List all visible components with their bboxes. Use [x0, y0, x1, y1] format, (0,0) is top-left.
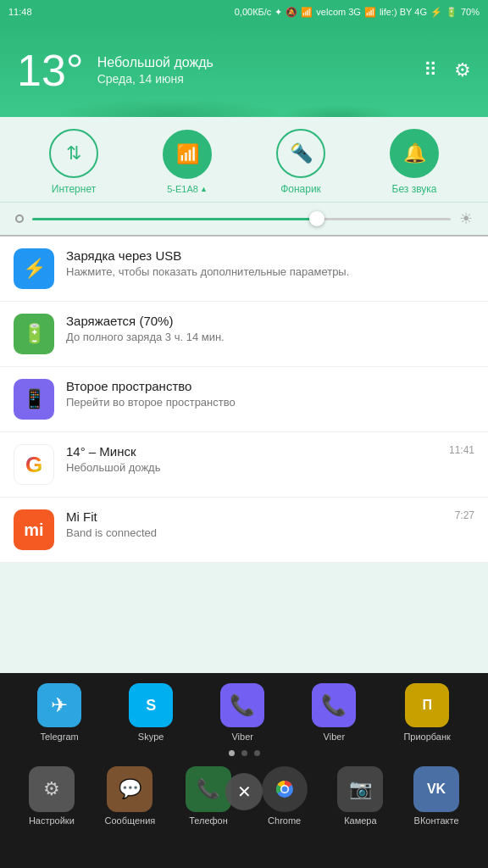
weather-condition: Небольшой дождь [97, 55, 424, 70]
usb-content: Зарядка через USB Нажмите, чтобы показат… [66, 248, 474, 278]
notification-usb[interactable]: ⚡ Зарядка через USB Нажмите, чтобы показ… [0, 236, 488, 302]
header-actions[interactable]: ⠿ ⚙ [424, 59, 471, 81]
status-bar: 11:48 0,00КБ/с ✦ 🔕 📶 velcom 3G 📶 life:) … [0, 0, 488, 24]
app-grid: ✈ Telegram S Skype 📞 Viber 📞 Viber П При… [0, 673, 488, 747]
weather-notif-time: 11:41 [449, 444, 474, 456]
wifi-arrow-icon: ▲ [200, 185, 208, 193]
silent-toggle-icon: 🔔 [403, 142, 426, 164]
toggle-internet[interactable]: ⇅ Интернет [49, 129, 98, 195]
usb-title: Зарядка через USB [66, 248, 474, 263]
apps-icon[interactable]: ⠿ [424, 59, 437, 81]
mifit-icon: mi [14, 509, 54, 550]
app-telegram[interactable]: ✈ Telegram [37, 683, 81, 742]
weather-date: Среда, 14 июня [97, 72, 424, 86]
settings-icon[interactable]: ⚙ [454, 59, 471, 81]
charging-icon: ⚡ [430, 7, 442, 18]
camera-dock-icon: 📷 [337, 766, 383, 812]
notification-dual[interactable]: 📱 Второе пространство Перейти во второе … [0, 367, 488, 432]
close-icon: ✕ [237, 782, 252, 802]
signal-icon: 📶 [364, 7, 376, 18]
dual-icon: 📱 [14, 379, 54, 420]
app-viber2[interactable]: 📞 Viber [312, 683, 356, 742]
battery-title: Заряжается (70%) [66, 314, 474, 328]
internet-icon: ⇅ [66, 142, 81, 164]
dock-settings[interactable]: ⚙ Настройки [29, 766, 75, 826]
dock-vk[interactable]: VK ВКонтакте [413, 766, 459, 826]
page-dot-1 [229, 750, 235, 756]
silent-toggle-circle: 🔔 [390, 129, 439, 178]
skype-icon: S [129, 683, 173, 727]
weather-notif-text: Небольшой дождь [66, 461, 442, 474]
app-skype[interactable]: S Skype [129, 683, 173, 742]
battery-notif-icon: 🔋 [14, 314, 54, 354]
status-time: 11:48 [8, 7, 32, 17]
weather-notif-title: 14° – Минск [66, 444, 442, 459]
chrome-dock-label: Chrome [268, 815, 301, 826]
mifit-title: Mi Fit [66, 509, 448, 524]
weather-notif-content: 14° – Минск Небольшой дождь [66, 444, 442, 474]
weather-info: Небольшой дождь Среда, 14 июня [97, 55, 424, 86]
flashlight-label: Фонарик [280, 183, 321, 195]
brightness-min-icon [15, 214, 24, 223]
dock-camera[interactable]: 📷 Камера [337, 766, 383, 826]
toggle-silent[interactable]: 🔔 Без звука [390, 129, 439, 195]
brightness-track[interactable] [32, 218, 451, 220]
brightness-row[interactable]: ☀ [0, 203, 488, 236]
toggle-flashlight[interactable]: 🔦 Фонарик [276, 129, 325, 195]
messages-dock-icon: 💬 [107, 766, 152, 812]
dual-content: Второе пространство Перейти во второе пр… [66, 379, 474, 409]
vk-dock-icon: VK [413, 766, 459, 812]
phone-dock-icon: 📞 [186, 766, 231, 812]
status-icons: 0,00КБ/с ✦ 🔕 📶 velcom 3G 📶 life:) BY 4G … [235, 7, 480, 18]
carrier2: life:) BY 4G [380, 7, 427, 17]
weather-header: 13° Небольшой дождь Среда, 14 июня ⠿ ⚙ [0, 24, 488, 117]
telegram-label: Telegram [40, 732, 78, 742]
notification-weather[interactable]: G 14° – Минск Небольшой дождь 11:41 [0, 432, 488, 498]
battery-content: Заряжается (70%) До полного заряда 3 ч. … [66, 314, 474, 343]
bluetooth-icon: ✦ [274, 7, 282, 18]
svg-point-2 [281, 787, 287, 793]
app-viber1[interactable]: 📞 Viber [220, 683, 264, 742]
brightness-fill [32, 218, 317, 220]
page-dot-3 [254, 750, 260, 756]
app-priorbank[interactable]: П Приорбанк [403, 683, 450, 742]
google-symbol: G [25, 452, 42, 478]
flashlight-icon: 🔦 [290, 142, 313, 164]
home-screen: ✈ Telegram S Skype 📞 Viber 📞 Viber П При… [0, 673, 488, 868]
dual-title: Второе пространство [66, 379, 474, 393]
dock-messages[interactable]: 💬 Сообщения [105, 766, 156, 826]
viber1-icon: 📞 [220, 683, 264, 727]
data-speed-icon: 0,00КБ/с [235, 7, 272, 17]
wifi-label: 5-E1A8 ▲ [167, 184, 208, 194]
toggle-wifi[interactable]: 📶 5-E1A8 ▲ [163, 130, 212, 194]
quick-toggles: ⇅ Интернет 📶 5-E1A8 ▲ 🔦 Фонарик 🔔 Без зв… [0, 117, 488, 203]
silent-icon: 🔕 [286, 7, 297, 18]
settings-dock-label: Настройки [29, 815, 75, 826]
page-dot-2 [241, 750, 247, 756]
priorbank-label: Приорбанк [403, 732, 450, 742]
flashlight-toggle-circle: 🔦 [276, 129, 325, 178]
dual-text: Перейти во второе пространство [66, 396, 474, 409]
messages-dock-label: Сообщения [105, 815, 156, 826]
chrome-dock-icon [262, 766, 308, 812]
battery-text: До полного заряда 3 ч. 14 мин. [66, 331, 474, 343]
dock-chrome[interactable]: Chrome [262, 766, 308, 826]
phone-dock-label: Телефон [189, 815, 228, 826]
telegram-icon: ✈ [37, 683, 81, 727]
brightness-max-icon: ☀ [459, 209, 473, 228]
mifit-content: Mi Fit Band is connected [66, 509, 448, 539]
settings-dock-icon: ⚙ [29, 766, 75, 812]
mifit-text: Band is connected [66, 526, 448, 539]
notification-battery[interactable]: 🔋 Заряжается (70%) До полного заряда 3 ч… [0, 302, 488, 367]
battery-percent: 70% [461, 7, 480, 17]
brightness-thumb[interactable] [309, 211, 324, 226]
dock-phone[interactable]: 📞 Телефон [186, 766, 231, 826]
wifi-toggle-icon: 📶 [176, 143, 199, 165]
notifications-list: ⚡ Зарядка через USB Нажмите, чтобы показ… [0, 236, 488, 563]
wifi-icon: 📶 [301, 7, 313, 18]
viber1-label: Viber [231, 732, 252, 742]
close-button[interactable]: ✕ [225, 773, 263, 810]
notification-mifit[interactable]: mi Mi Fit Band is connected 7:27 [0, 498, 488, 563]
wifi-toggle-circle: 📶 [163, 130, 212, 179]
viber2-label: Viber [324, 732, 345, 742]
